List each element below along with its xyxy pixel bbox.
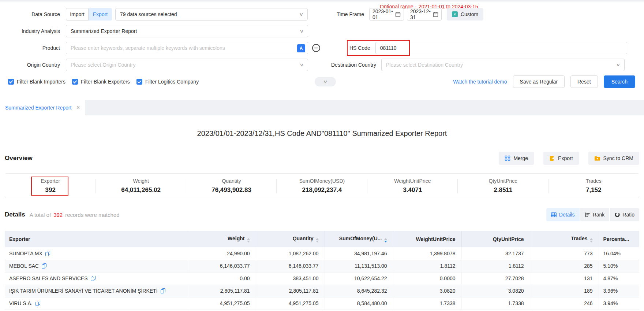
chevron-down-icon: ∨: [299, 29, 304, 34]
copy-icon[interactable]: [161, 288, 165, 293]
merge-button[interactable]: Merge: [499, 152, 534, 165]
column-header-sum-of-money[interactable]: SumOfMoney(U...: [325, 231, 393, 247]
exporter-name-link[interactable]: MEBOL SAC: [9, 263, 39, 269]
search-button[interactable]: Search: [604, 75, 635, 88]
end-date-input[interactable]: 2023-12-31: [407, 8, 442, 21]
view-ratio-button[interactable]: Ratio: [610, 208, 639, 221]
industry-analysis-select[interactable]: Summarized Exporter Report ∨: [66, 25, 308, 37]
qty-unit-price-cell: 1.7338: [461, 297, 530, 310]
view-switcher: Details Rank Ratio: [546, 208, 639, 221]
total-suffix: records were matched: [65, 212, 119, 218]
reset-button[interactable]: Reset: [570, 75, 598, 88]
overview-header: Overview Merge Export Sync to CRM: [5, 152, 639, 165]
sync-to-crm-button[interactable]: Sync to CRM: [588, 152, 639, 165]
folder-sync-icon: [594, 156, 600, 161]
qty-unit-price-cell: 27.7028: [461, 272, 530, 285]
sort-icon[interactable]: [247, 238, 250, 242]
data-source-label: Data Source: [0, 11, 60, 17]
trades-cell: 246: [530, 297, 599, 310]
translate-icon[interactable]: A: [297, 44, 305, 52]
trades-cell: 773: [530, 247, 599, 260]
tab-summarized-exporter-report[interactable]: Summarized Exporter Report ×: [0, 100, 85, 115]
exporter-name-link[interactable]: VIRU S.A.: [9, 300, 33, 306]
copy-icon[interactable]: [35, 301, 40, 306]
filter-blank-exporters-checkbox[interactable]: Filter Blank Exporters: [72, 79, 130, 85]
quantity-cell: 1,087,262.00: [256, 247, 325, 260]
origin-country-label: Origin Country: [0, 62, 60, 68]
sync-to-crm-label: Sync to CRM: [603, 155, 633, 161]
view-details-button[interactable]: Details: [546, 208, 580, 221]
sum-of-money-cell: 8,584,480.00: [325, 297, 393, 310]
export-toggle[interactable]: Export: [89, 8, 112, 21]
view-rank-button[interactable]: Rank: [580, 208, 610, 221]
calendar-icon: [395, 12, 401, 17]
hs-code-input[interactable]: [375, 42, 627, 54]
stat-value: 76,493,902.83: [211, 186, 251, 194]
data-sources-value: 79 data sources selected: [120, 11, 177, 17]
table-header-row: Exporter Weight Quantity SumOfMoney(U...…: [5, 231, 639, 247]
overview-stat-trades: Trades 7,152: [548, 174, 639, 198]
exporter-name-link[interactable]: ASEPRO SALES AND SERVICES: [9, 275, 88, 281]
start-date-input[interactable]: 2023-01-01: [369, 8, 404, 21]
destination-country-select[interactable]: Please select Destination Country ∨: [381, 59, 625, 71]
exporter-name-link[interactable]: IŞIK TARIM ÜRÜNLERİ SANAYİ VE TİCARET AN…: [9, 288, 158, 294]
export-button[interactable]: Export: [543, 152, 579, 165]
stat-label: Weight: [133, 178, 149, 184]
column-header-weight[interactable]: Weight: [188, 231, 256, 247]
copy-icon[interactable]: [91, 276, 95, 281]
custom-range-button[interactable]: × Custom: [447, 8, 483, 21]
filter-logitics-company-label: Filter Logitics Company: [145, 79, 199, 85]
column-header-trades[interactable]: Trades: [530, 231, 599, 247]
column-header-quantity[interactable]: Quantity: [256, 231, 325, 247]
chevron-down-icon: ∨: [299, 12, 303, 17]
sort-icon[interactable]: [590, 238, 593, 242]
column-header-percentage: Percenta...: [599, 231, 639, 247]
save-as-regular-button[interactable]: Save as Regular: [513, 75, 565, 88]
data-sources-select[interactable]: 79 data sources selected ∨: [115, 8, 308, 21]
weight-unit-price-cell: 3.0820: [393, 285, 461, 297]
weight-cell: 0.00: [188, 272, 256, 285]
stat-value: 218,092,237.4: [302, 186, 342, 194]
export-label: Export: [558, 155, 573, 161]
sum-of-money-cell: 10,622,654.22: [325, 272, 393, 285]
qty-unit-price-cell: 1.8112: [461, 260, 530, 272]
exporter-name-link[interactable]: SUNOPTA MX: [9, 251, 42, 256]
tutorial-demo-link[interactable]: Watch the tutorial demo: [453, 79, 507, 85]
total-count: 392: [53, 212, 63, 218]
overview-stats-panel: Exporter 392 Weight 64,011,265.02 Quanti…: [5, 173, 639, 198]
filter-blank-importers-label: Filter Blank Importers: [17, 79, 65, 85]
overview-stat-weight: Weight 64,011,265.02: [96, 174, 186, 198]
percentage-cell: 5.10%: [599, 260, 639, 272]
overview-stat-exporter: Exporter 392: [5, 174, 96, 198]
stat-label: Quantity: [222, 178, 241, 184]
time-frame-label: Time Frame: [337, 11, 364, 17]
page-top-fade: [0, 0, 644, 3]
quantity-cell: 6,146,033.77: [256, 260, 325, 272]
sort-icon-active-desc[interactable]: [384, 238, 387, 242]
custom-label: Custom: [461, 11, 478, 17]
weight-cell: 24,990.00: [188, 247, 256, 260]
sum-of-money-cell: 8,645,282.32: [325, 285, 393, 297]
table-row: MEBOL SAC 6,146,033.77 6,146,033.77 11,1…: [5, 260, 639, 272]
product-keywords-input[interactable]: [66, 42, 295, 53]
stat-value: 7,152: [586, 186, 602, 194]
form-row-industry: Industry Analysis Summarized Exporter Re…: [0, 25, 644, 37]
form-row-countries: Origin Country Please select Origin Coun…: [0, 59, 644, 71]
total-prefix: A total of: [30, 212, 51, 218]
overview-stat-quantity: Quantity 76,493,902.83: [186, 174, 277, 198]
column-header-exporter: Exporter: [5, 231, 188, 247]
filter-logitics-company-checkbox[interactable]: Filter Logitics Company: [136, 79, 199, 85]
sum-of-money-cell: 34,981,197.46: [325, 247, 393, 260]
column-header-qty-unit-price: QtyUnitPrice: [461, 231, 530, 247]
expand-form-button[interactable]: ∨: [315, 77, 336, 86]
copy-icon[interactable]: [45, 251, 50, 256]
view-ratio-label: Ratio: [622, 212, 634, 218]
copy-icon[interactable]: [42, 263, 46, 269]
checkbox-checked-icon: [136, 79, 142, 85]
exclude-circle-icon[interactable]: [312, 44, 320, 52]
import-toggle[interactable]: Import: [66, 8, 89, 21]
filter-blank-importers-checkbox[interactable]: Filter Blank Importers: [8, 79, 65, 85]
close-icon[interactable]: ×: [76, 104, 80, 111]
sort-icon[interactable]: [316, 238, 319, 242]
origin-country-select[interactable]: Please select Origin Country ∨: [66, 59, 308, 71]
